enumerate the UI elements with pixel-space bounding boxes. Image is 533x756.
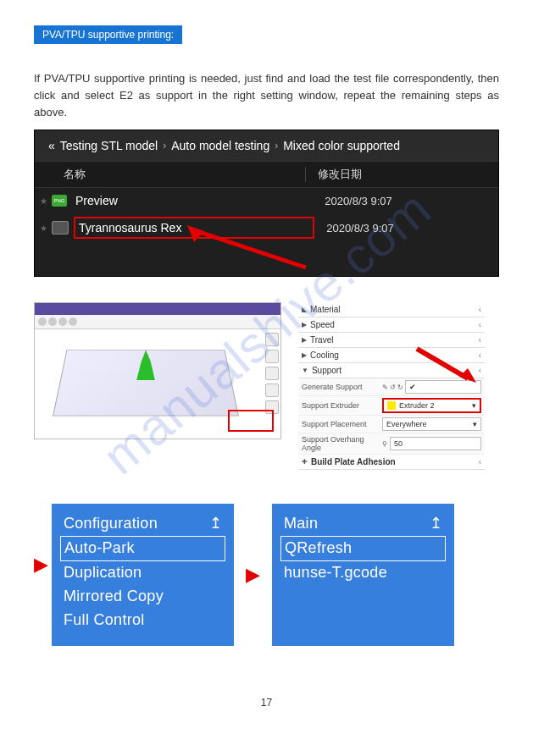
menu-item-auto-park[interactable]: Auto-Park xyxy=(60,536,225,561)
prop-support-overhang: Support Overhang Angle ⚲ 50 xyxy=(298,433,485,455)
pin-icon: ★ xyxy=(35,223,52,233)
chevron-icon: › xyxy=(163,140,166,152)
breadcrumb-part-1[interactable]: Auto model testing xyxy=(171,139,269,152)
breadcrumb-part-2[interactable]: Mixed color supported xyxy=(283,139,400,152)
color-swatch-icon xyxy=(387,401,396,410)
chevron-icon: › xyxy=(275,140,278,152)
tool-button[interactable] xyxy=(48,317,57,326)
callout-arrow xyxy=(35,242,498,276)
menu-header[interactable]: Main ↥ xyxy=(284,512,442,536)
support-placement-select[interactable]: Everywhere▾ xyxy=(382,417,481,431)
window-titlebar xyxy=(35,303,280,315)
menu-item-blank xyxy=(284,609,442,632)
page-number: 17 xyxy=(34,697,499,709)
menu-item-mirrored-copy[interactable]: Mirrored Copy xyxy=(64,585,222,609)
side-tool-button[interactable] xyxy=(265,384,279,397)
menu-item-duplication[interactable]: Duplication xyxy=(64,561,222,585)
menu-item-qrefresh[interactable]: QRefresh xyxy=(280,536,446,561)
link-icon[interactable]: ⚲ xyxy=(382,440,387,448)
column-date[interactable]: 修改日期 xyxy=(306,167,498,182)
breadcrumb[interactable]: « Testing STL model › Auto model testing… xyxy=(35,130,498,161)
up-icon: ↥ xyxy=(430,512,442,536)
file-date: 2020/8/3 9:07 xyxy=(313,195,392,207)
pin-icon: ★ xyxy=(35,196,52,206)
breadcrumb-prefix: « xyxy=(48,139,55,152)
side-tool-button[interactable] xyxy=(265,350,279,363)
section-title: PVA/TPU supportive printing: xyxy=(34,25,182,44)
menu-item-blank xyxy=(284,585,442,609)
file-row[interactable]: ★ PNG Preview 2020/8/3 9:07 xyxy=(35,188,498,213)
printer-menu-row: ▶ Configuration ↥ Auto-Park Duplication … xyxy=(34,504,499,645)
printer-menu-left[interactable]: Configuration ↥ Auto-Park Duplication Mi… xyxy=(52,504,234,645)
slicer-viewport[interactable] xyxy=(34,302,281,439)
tool-button[interactable] xyxy=(38,317,47,326)
prop-label: Support Placement xyxy=(302,420,382,428)
file-icon xyxy=(52,221,69,235)
tool-button[interactable] xyxy=(58,317,67,326)
up-icon: ↥ xyxy=(209,512,222,536)
intro-paragraph: If PVA/TPU supportive printing is needed… xyxy=(34,70,499,121)
file-column-headers: 名称 修改日期 xyxy=(35,161,498,188)
file-name[interactable]: Preview xyxy=(72,191,313,210)
png-icon: PNG xyxy=(52,195,67,207)
support-extruder-select[interactable]: Extruder 2▾ xyxy=(382,398,481,413)
prop-support-placement: Support Placement Everywhere▾ xyxy=(298,416,485,433)
tool-button[interactable] xyxy=(69,317,77,326)
pointer-icon: ▶ xyxy=(34,554,48,576)
pointer-icon: ▶ xyxy=(246,564,260,586)
menu-item-full-control[interactable]: Full Control xyxy=(64,609,222,632)
section-speed[interactable]: ▶Speed‹ xyxy=(298,317,485,333)
menu-header[interactable]: Configuration ↥ xyxy=(64,512,222,536)
file-browser: « Testing STL model › Auto model testing… xyxy=(34,130,499,277)
section-adhesion[interactable]: ✚Build Plate Adhesion‹ xyxy=(298,455,485,470)
highlight-box xyxy=(228,410,274,432)
slicer-settings-panel: ◣Material‹ ▶Speed‹ ▶Travel‹ ▶Cooling‹ ▼S… xyxy=(298,302,485,470)
prop-label: Support Extruder xyxy=(302,401,382,410)
prop-support-extruder: Support Extruder Extruder 2▾ xyxy=(298,396,485,416)
slicer-toolbar[interactable] xyxy=(35,315,280,329)
breadcrumb-part-0[interactable]: Testing STL model xyxy=(60,139,158,152)
prop-action-icons[interactable]: ✎↺↻ xyxy=(382,384,403,391)
prop-label: Support Overhang Angle xyxy=(302,435,382,452)
side-tool-button[interactable] xyxy=(265,367,279,380)
printer-menu-right[interactable]: Main ↥ QRefresh hunse-T.gcode xyxy=(272,504,454,645)
overhang-angle-input[interactable]: 50 xyxy=(390,437,481,450)
svg-marker-1 xyxy=(459,368,476,383)
file-date: 2020/8/3 9:07 xyxy=(314,222,394,235)
section-material[interactable]: ◣Material‹ xyxy=(298,302,485,317)
side-tool-button[interactable] xyxy=(265,333,279,346)
menu-item-gcode[interactable]: hunse-T.gcode xyxy=(284,561,442,585)
slicer-side-tools xyxy=(265,333,277,414)
prop-label: Generate Support xyxy=(302,383,382,391)
column-name[interactable]: 名称 xyxy=(35,167,306,182)
svg-marker-0 xyxy=(187,225,204,242)
